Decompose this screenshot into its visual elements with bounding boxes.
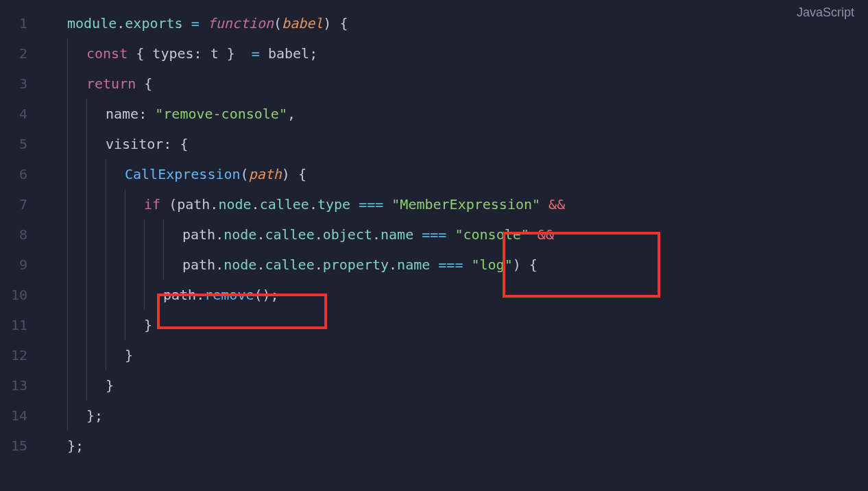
code-line[interactable]: 15 }; [0,431,868,461]
line-number: 9 [0,250,48,280]
code-line[interactable]: 4 name: "remove-console", [0,99,868,129]
line-number: 7 [0,189,48,219]
code-content: }; [48,431,868,461]
code-content: }; [48,400,868,431]
code-line[interactable]: 2 const { types: t } = babel; [0,38,868,69]
line-number: 12 [0,340,48,370]
code-content: CallExpression(path) { [48,159,868,189]
code-editor[interactable]: 1 module.exports = function(babel) { 2 c… [0,0,868,461]
code-line[interactable]: 5 visitor: { [0,129,868,159]
code-line[interactable]: 10 path.remove(); [0,280,868,310]
line-number: 14 [0,400,48,431]
code-content: path.node.callee.object.name === "consol… [48,219,868,250]
code-content: name: "remove-console", [48,99,868,129]
code-content: path.node.callee.property.name === "log"… [48,250,868,280]
line-number: 1 [0,8,48,38]
line-number: 6 [0,159,48,189]
code-content: path.remove(); [48,280,868,310]
line-number: 11 [0,310,48,340]
code-content: if (path.node.callee.type === "MemberExp… [48,189,868,219]
code-line[interactable]: 9 path.node.callee.property.name === "lo… [0,250,868,280]
code-line[interactable]: 3 return { [0,69,868,99]
code-line[interactable]: 14 }; [0,400,868,431]
code-content: } [48,310,868,340]
code-line[interactable]: 8 path.node.callee.object.name === "cons… [0,219,868,250]
line-number: 8 [0,219,48,250]
code-line[interactable]: 6 CallExpression(path) { [0,159,868,189]
line-number: 3 [0,69,48,99]
line-number: 10 [0,280,48,310]
code-content: } [48,340,868,370]
code-content: return { [48,69,868,99]
code-content: visitor: { [48,129,868,159]
line-number: 5 [0,129,48,159]
line-number: 2 [0,38,48,69]
code-line[interactable]: 12 } [0,340,868,370]
code-content: } [48,370,868,400]
code-line[interactable]: 1 module.exports = function(babel) { [0,8,868,38]
code-content: module.exports = function(babel) { [48,8,868,38]
code-line[interactable]: 7 if (path.node.callee.type === "MemberE… [0,189,868,219]
code-line[interactable]: 11 } [0,310,868,340]
line-number: 4 [0,99,48,129]
line-number: 13 [0,370,48,400]
code-line[interactable]: 13 } [0,370,868,400]
line-number: 15 [0,431,48,461]
code-content: const { types: t } = babel; [48,38,868,69]
